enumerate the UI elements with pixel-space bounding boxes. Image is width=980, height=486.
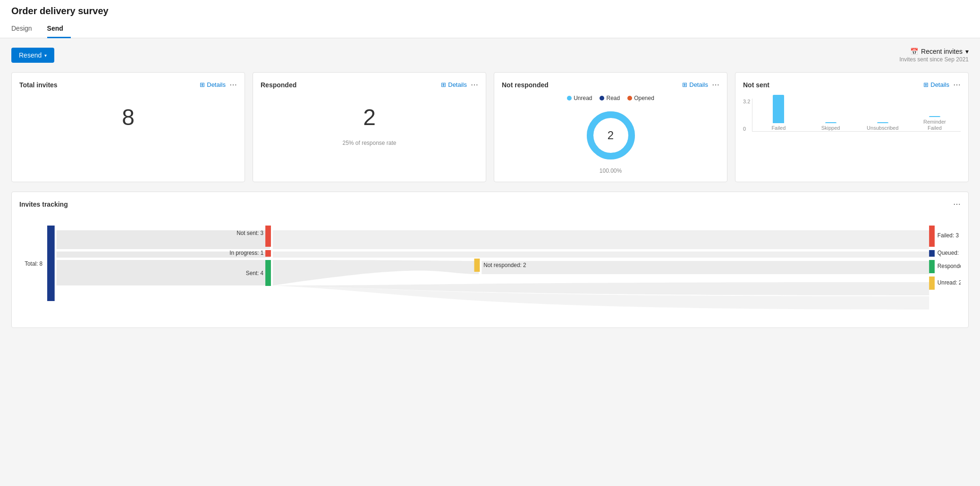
legend-dot-unread bbox=[567, 96, 572, 101]
table-icon: ⊞ bbox=[200, 81, 205, 88]
svg-text:Queued: 1: Queued: 1 bbox=[938, 250, 961, 256]
tabs-nav: Design Send bbox=[11, 20, 969, 38]
legend-dot-opened bbox=[627, 96, 632, 101]
recent-invites-label: 📅 Recent invites ▾ bbox=[910, 48, 969, 55]
node-total bbox=[47, 226, 55, 301]
recent-invites-subtitle: Invites sent since Sep 2021 bbox=[899, 56, 969, 63]
more-menu-responded[interactable]: ⋯ bbox=[471, 80, 478, 89]
responded-sub: 25% of response rate bbox=[261, 140, 478, 146]
bar-unsubscribed: Unsubscribed bbox=[862, 122, 904, 131]
sankey-chart: Total: 8 Not sent: 3 In progress: 1 Sent… bbox=[19, 216, 961, 320]
total-invites-value: 8 bbox=[19, 95, 237, 140]
bar-skipped: Skipped bbox=[809, 122, 852, 131]
bar-unsubscribed-rect bbox=[877, 122, 888, 123]
table-icon: ⊞ bbox=[682, 81, 687, 88]
node-not-responded bbox=[474, 259, 480, 272]
details-button-not-sent[interactable]: ⊞ Details bbox=[923, 81, 949, 88]
node-failed bbox=[929, 226, 935, 247]
bar-skipped-rect bbox=[825, 122, 836, 123]
bar-chart: 3.2 0 Failed Skipped bbox=[743, 95, 961, 135]
toolbar: Resend ▾ 📅 Recent invites ▾ Invites sent… bbox=[11, 48, 969, 63]
svg-text:Failed: 3: Failed: 3 bbox=[938, 232, 959, 239]
card-title-not-sent: Not sent bbox=[743, 81, 769, 89]
tab-design[interactable]: Design bbox=[11, 21, 40, 38]
svg-text:Not responded: 2: Not responded: 2 bbox=[483, 262, 526, 268]
tracking-title: Invites tracking bbox=[19, 201, 68, 208]
bar-reminder-failed-rect bbox=[929, 116, 940, 117]
details-button-responded[interactable]: ⊞ Details bbox=[441, 81, 467, 88]
card-not-sent: Not sent ⊞ Details ⋯ 3.2 0 bbox=[735, 72, 969, 182]
responded-value: 2 bbox=[261, 95, 478, 140]
svg-text:Not sent: 3: Not sent: 3 bbox=[237, 230, 263, 236]
node-responded bbox=[929, 260, 935, 273]
card-not-responded: Not responded ⊞ Details ⋯ Unread bbox=[494, 72, 727, 182]
node-not-sent bbox=[265, 226, 271, 247]
chevron-down-icon: ▾ bbox=[965, 48, 969, 55]
svg-text:Total: 8: Total: 8 bbox=[25, 260, 42, 267]
bar-failed: Failed bbox=[757, 95, 800, 131]
donut-legend: Unread Read Opened bbox=[567, 95, 654, 101]
sankey-svg: Total: 8 Not sent: 3 In progress: 1 Sent… bbox=[19, 216, 961, 320]
table-icon: ⊞ bbox=[441, 81, 446, 88]
more-menu-not-sent[interactable]: ⋯ bbox=[953, 80, 961, 89]
more-menu-not-responded[interactable]: ⋯ bbox=[712, 80, 719, 89]
card-title-not-responded: Not responded bbox=[502, 81, 549, 89]
node-queued bbox=[929, 250, 935, 257]
legend-read: Read bbox=[600, 95, 620, 101]
legend-unread: Unread bbox=[567, 95, 592, 101]
tab-send[interactable]: Send bbox=[47, 21, 71, 38]
svg-text:Responded: 2: Responded: 2 bbox=[938, 263, 961, 269]
card-total-invites: Total invites ⊞ Details ⋯ 8 bbox=[11, 72, 245, 182]
svg-text:Unread: 2: Unread: 2 bbox=[938, 279, 961, 286]
legend-opened: Opened bbox=[627, 95, 654, 101]
tracking-section: Invites tracking ⋯ bbox=[11, 192, 969, 328]
details-button-total[interactable]: ⊞ Details bbox=[200, 81, 226, 88]
recent-invites-dropdown[interactable]: 📅 Recent invites ▾ Invites sent since Se… bbox=[899, 48, 969, 63]
bar-failed-rect bbox=[773, 95, 784, 123]
legend-dot-read bbox=[600, 96, 604, 101]
donut-percentage: 100.00% bbox=[600, 168, 622, 174]
calendar-icon: 📅 bbox=[910, 48, 918, 55]
chevron-down-icon: ▾ bbox=[44, 53, 47, 58]
svg-text:Sent: 4: Sent: 4 bbox=[246, 270, 264, 277]
table-icon: ⊞ bbox=[923, 81, 929, 88]
more-menu-tracking[interactable]: ⋯ bbox=[953, 200, 961, 209]
y-axis-labels: 3.2 0 bbox=[743, 99, 752, 132]
svg-text:In progress: 1: In progress: 1 bbox=[229, 250, 263, 256]
more-menu-total[interactable]: ⋯ bbox=[229, 80, 237, 89]
card-title-total: Total invites bbox=[19, 81, 58, 89]
page-title: Order delivery survey bbox=[11, 6, 969, 20]
card-title-responded: Responded bbox=[261, 81, 296, 89]
cards-row: Total invites ⊞ Details ⋯ 8 Responded ⊞ bbox=[11, 72, 969, 182]
resend-button[interactable]: Resend ▾ bbox=[11, 48, 54, 63]
card-responded: Responded ⊞ Details ⋯ 2 25% of response … bbox=[253, 72, 486, 182]
node-unread bbox=[929, 277, 935, 290]
tracking-header: Invites tracking ⋯ bbox=[19, 200, 961, 209]
bar-reminder-failed: Reminder Failed bbox=[913, 116, 956, 131]
details-button-not-responded[interactable]: ⊞ Details bbox=[682, 81, 708, 88]
donut-wrap: 2 bbox=[583, 107, 639, 164]
node-in-progress bbox=[265, 250, 271, 257]
donut-chart: Unread Read Opened bbox=[502, 95, 719, 174]
donut-center-value: 2 bbox=[608, 129, 614, 142]
node-sent bbox=[265, 260, 271, 286]
